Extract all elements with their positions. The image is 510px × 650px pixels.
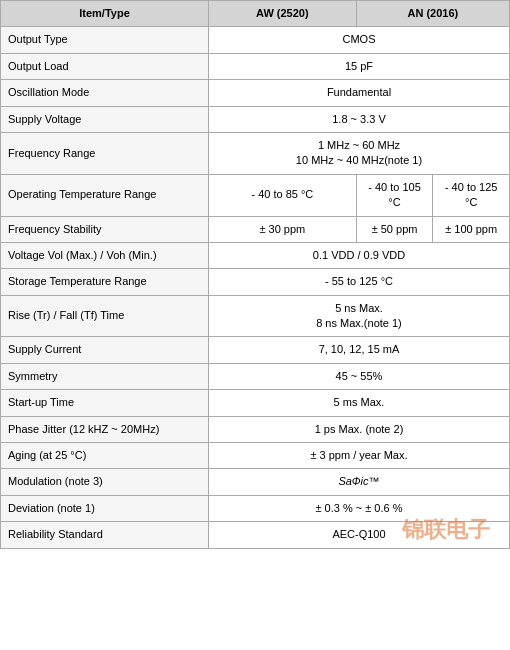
item-value: Fundamental [208,80,509,106]
item-label: Reliability Standard [1,522,209,548]
item-label: Phase Jitter (12 kHZ ~ 20MHz) [1,416,209,442]
table-row: Voltage Vol (Max.) / Voh (Min.)0.1 VDD /… [1,242,510,268]
item-label: Frequency Range [1,132,209,174]
item-value-an1: ± 50 ppm [356,216,433,242]
item-value: AEC-Q100 [208,522,509,548]
item-value: 1.8 ~ 3.3 V [208,106,509,132]
table-row: Supply Voltage1.8 ~ 3.3 V [1,106,510,132]
item-value: 1 ps Max. (note 2) [208,416,509,442]
table-row: Start-up Time5 ms Max. [1,390,510,416]
table-row: Phase Jitter (12 kHZ ~ 20MHz)1 ps Max. (… [1,416,510,442]
item-value-aw: ± 30 ppm [208,216,356,242]
item-label: Deviation (note 1) [1,495,209,521]
item-value: SaФic™ [208,469,509,495]
table-row: Reliability StandardAEC-Q100 [1,522,510,548]
item-value-an2: - 40 to 125 °C [433,174,510,216]
table-row: Operating Temperature Range- 40 to 85 °C… [1,174,510,216]
item-value: ± 0.3 % ~ ± 0.6 % [208,495,509,521]
header-item: Item/Type [1,1,209,27]
item-value: 0.1 VDD / 0.9 VDD [208,242,509,268]
item-value: - 55 to 125 °C [208,269,509,295]
item-label: Aging (at 25 °C) [1,443,209,469]
item-label: Frequency Stability [1,216,209,242]
table-row: Aging (at 25 °C)± 3 ppm / year Max. [1,443,510,469]
item-label: Storage Temperature Range [1,269,209,295]
item-value: 5 ns Max.8 ns Max.(note 1) [208,295,509,337]
item-label: Start-up Time [1,390,209,416]
table-row: Supply Current7, 10, 12, 15 mA [1,337,510,363]
item-value: 5 ms Max. [208,390,509,416]
item-label: Supply Voltage [1,106,209,132]
table-row: Symmetry45 ~ 55% [1,363,510,389]
spec-table: Item/TypeAW (2520)AN (2016) Output TypeC… [0,0,510,549]
item-label: Modulation (note 3) [1,469,209,495]
table-row: Frequency Range1 MHz ~ 60 MHz10 MHz ~ 40… [1,132,510,174]
item-value-an1: - 40 to 105 °C [356,174,433,216]
table-row: Output Load15 pF [1,53,510,79]
item-label: Oscillation Mode [1,80,209,106]
item-label: Voltage Vol (Max.) / Voh (Min.) [1,242,209,268]
item-label: Rise (Tr) / Fall (Tf) Time [1,295,209,337]
item-value: 1 MHz ~ 60 MHz10 MHz ~ 40 MHz(note 1) [208,132,509,174]
item-label: Output Load [1,53,209,79]
item-value: 7, 10, 12, 15 mA [208,337,509,363]
table-row: Oscillation ModeFundamental [1,80,510,106]
item-value-an2: ± 100 ppm [433,216,510,242]
table-row: Storage Temperature Range- 55 to 125 °C [1,269,510,295]
table-row: Rise (Tr) / Fall (Tf) Time5 ns Max.8 ns … [1,295,510,337]
table-row: Frequency Stability± 30 ppm± 50 ppm± 100… [1,216,510,242]
item-value: ± 3 ppm / year Max. [208,443,509,469]
item-value: CMOS [208,27,509,53]
header-an: AN (2016) [356,1,509,27]
item-label: Symmetry [1,363,209,389]
item-label: Output Type [1,27,209,53]
item-label: Supply Current [1,337,209,363]
item-value: 45 ~ 55% [208,363,509,389]
header-aw: AW (2520) [208,1,356,27]
item-value: 15 pF [208,53,509,79]
table-row: Modulation (note 3)SaФic™ [1,469,510,495]
table-row: Deviation (note 1)± 0.3 % ~ ± 0.6 % [1,495,510,521]
item-value-aw: - 40 to 85 °C [208,174,356,216]
item-label: Operating Temperature Range [1,174,209,216]
table-row: Output TypeCMOS [1,27,510,53]
